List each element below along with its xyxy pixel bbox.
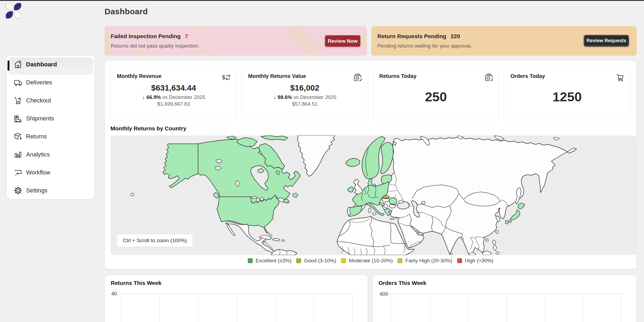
svg-text:$: $ <box>222 74 225 81</box>
